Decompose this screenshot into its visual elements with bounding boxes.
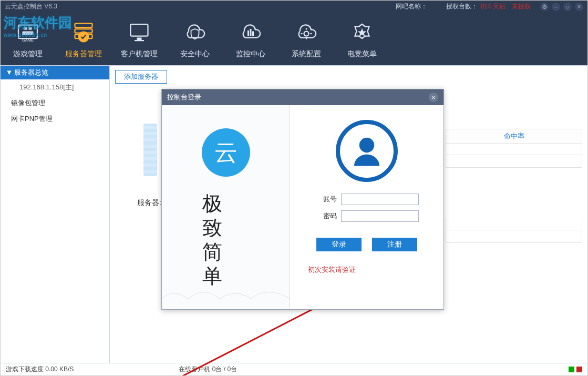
login-modal: 控制台登录 × 云 极 致 简 单 账号 密码 [161,89,444,310]
auth-extra: 未授权 [512,2,531,11]
tab-server-manage[interactable]: 服务器管理 [63,18,105,61]
svg-rect-1 [23,32,34,36]
svg-point-15 [304,32,309,36]
tab-client-manage[interactable]: 客户机管理 [118,18,160,61]
sidebar-item-image-pkg[interactable]: 镜像包管理 [1,95,109,111]
svg-rect-10 [137,38,142,40]
game-icon: GAME [12,18,44,46]
sidebar: ▼ 服务器总览 192.168.1.158[主] 镜像包管理 网卡PNP管理 [1,66,110,363]
svg-rect-14 [252,32,254,36]
online-clients: 在线客户机 0台 / 0台 [179,365,237,374]
svg-rect-3 [29,27,32,30]
hits-column-header: 命中率 [446,129,582,144]
modal-brand-panel: 云 极 致 简 单 [162,105,290,309]
svg-rect-2 [24,27,27,30]
status-indicator-green [569,367,574,372]
login-button[interactable]: 登录 [316,238,362,251]
auth-count-label: 授权台数： [446,2,478,11]
maximize-icon[interactable]: ○ [563,3,572,11]
modal-title: 控制台登录 [167,93,201,102]
titlebar: 云无盘控制台 V6.3 网吧名称： 授权台数： 814 天后 未授权 ⚙ – ○… [1,1,587,13]
cafe-name-label: 网吧名称： [396,2,427,11]
cloud-logo-icon: 云 [202,128,250,177]
tab-game-manage[interactable]: GAME 游戏管理 [7,18,49,61]
hits-cell [446,143,582,155]
monitor-cloud-icon [235,18,266,46]
tab-esports-menu[interactable]: 电竞菜单 [341,18,383,61]
svg-point-22 [359,138,374,153]
tab-label: 服务器管理 [65,49,102,59]
password-label: 密码 [315,211,337,221]
tab-monitor[interactable]: 监控中心 [230,18,272,61]
main-toolbar: 河东软件园 www.pc0359.cn GAME 游戏管理 服务器管理 客户机管… [1,13,587,65]
esports-icon [346,18,378,46]
minimize-icon[interactable]: – [552,3,560,11]
tab-label: 游戏管理 [13,49,43,59]
server-icon [68,18,99,46]
server-graphic [143,124,157,176]
tab-label: 客户机管理 [121,49,158,59]
slogan-text: 极 致 简 单 [202,191,250,288]
svg-text:GAME: GAME [22,38,34,43]
gear-cloud-icon [291,18,322,46]
tab-label: 监控中心 [236,49,265,59]
svg-marker-20 [358,28,367,37]
svg-rect-13 [250,29,252,36]
register-button[interactable]: 注册 [372,238,417,251]
sidebar-item-server-ip[interactable]: 192.168.1.158[主] [1,79,109,95]
modal-form-panel: 账号 密码 登录 注册 初次安装请验证 [290,105,443,309]
app-title: 云无盘控制台 V6.3 [5,2,57,11]
hits-cell [446,230,582,243]
avatar-icon [336,120,398,182]
tab-label: 安全中心 [180,49,210,59]
download-speed: 游戏下载速度 0.00 KB/S [6,365,74,374]
status-indicator-red [576,367,582,372]
verify-text: 初次安装请验证 [308,265,356,275]
password-input[interactable] [341,210,419,222]
tab-label: 系统配置 [292,49,321,59]
svg-rect-12 [247,31,249,36]
svg-rect-5 [75,24,92,28]
svg-rect-9 [131,24,148,36]
account-input[interactable] [341,194,419,205]
statusbar: 游戏下载速度 0.00 KB/S 在线客户机 0台 / 0台 [1,363,587,375]
settings-icon[interactable]: ⚙ [540,3,549,11]
auth-days: 814 天后 [481,2,506,11]
server-label: 服务器: [137,198,161,208]
tab-security[interactable]: 安全中心 [174,18,216,61]
close-window-icon[interactable]: × [575,3,583,11]
modal-titlebar: 控制台登录 × [162,89,443,105]
cloud-decoration [162,283,290,304]
close-icon[interactable]: × [429,93,438,102]
hits-cell [446,218,582,230]
client-icon [123,18,155,46]
add-server-button[interactable]: 添加服务器 [115,70,167,84]
tab-system-config[interactable]: 系统配置 [285,18,327,61]
tab-label: 电竞菜单 [347,49,377,59]
sidebar-item-nic-pnp[interactable]: 网卡PNP管理 [1,111,109,127]
account-label: 账号 [315,195,337,204]
svg-rect-11 [135,40,144,41]
hits-cell [446,155,582,168]
shield-cloud-icon [179,18,211,46]
sidebar-header[interactable]: ▼ 服务器总览 [1,66,109,79]
